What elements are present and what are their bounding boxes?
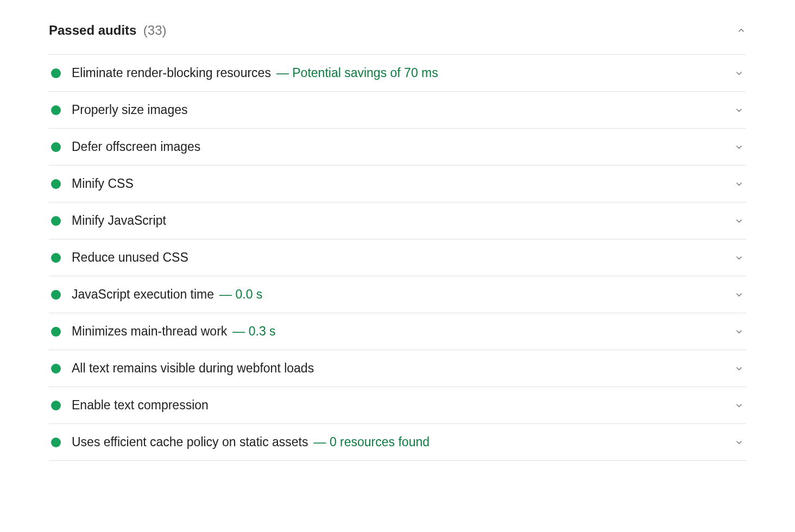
audit-texts: Properly size images bbox=[72, 103, 187, 117]
audit-label: All text remains visible during webfont … bbox=[72, 361, 314, 376]
section-title: Passed audits bbox=[49, 23, 136, 37]
pass-status-dot-icon bbox=[51, 68, 61, 78]
audit-list: Eliminate render-blocking resources — Po… bbox=[49, 54, 746, 461]
audit-row[interactable]: Reduce unused CSS bbox=[49, 239, 746, 276]
audit-label: Enable text compression bbox=[72, 398, 209, 413]
chevron-down-icon bbox=[734, 253, 744, 263]
audit-right bbox=[734, 105, 744, 115]
audit-detail: — 0 resources found bbox=[314, 435, 430, 449]
audit-detail: — 0.0 s bbox=[219, 287, 262, 302]
audit-right bbox=[734, 327, 744, 337]
audit-row[interactable]: Eliminate render-blocking resources — Po… bbox=[49, 54, 746, 91]
passed-audits-header[interactable]: Passed audits (33) bbox=[49, 16, 746, 54]
pass-status-dot-icon bbox=[51, 216, 61, 226]
audit-row[interactable]: Defer offscreen images bbox=[49, 128, 746, 165]
pass-status-dot-icon bbox=[51, 142, 61, 152]
audit-left: Eliminate render-blocking resources — Po… bbox=[51, 66, 438, 80]
audit-left: Enable text compression bbox=[51, 398, 209, 413]
audit-right bbox=[734, 142, 744, 152]
pass-status-dot-icon bbox=[51, 179, 61, 189]
chevron-down-icon bbox=[734, 364, 744, 373]
pass-status-dot-icon bbox=[51, 364, 61, 373]
chevron-down-icon bbox=[734, 68, 744, 78]
audit-texts: Enable text compression bbox=[72, 398, 209, 413]
audit-detail-text: 0 resources found bbox=[330, 435, 430, 449]
section-count: (33) bbox=[143, 23, 167, 37]
audit-right bbox=[734, 68, 744, 78]
audit-texts: Minify CSS bbox=[72, 176, 134, 191]
audit-left: Properly size images bbox=[51, 103, 187, 117]
audit-texts: Uses efficient cache policy on static as… bbox=[72, 435, 430, 449]
audit-detail-dash: — bbox=[232, 324, 248, 338]
audit-row[interactable]: All text remains visible during webfont … bbox=[49, 350, 746, 387]
audit-left: Minify JavaScript bbox=[51, 213, 166, 228]
pass-status-dot-icon bbox=[51, 290, 61, 300]
audit-detail-dash: — bbox=[276, 66, 292, 80]
audit-label: JavaScript execution time bbox=[72, 287, 214, 302]
audit-left: Uses efficient cache policy on static as… bbox=[51, 435, 430, 449]
audit-label: Uses efficient cache policy on static as… bbox=[72, 435, 308, 449]
audit-texts: Minify JavaScript bbox=[72, 213, 166, 228]
audit-row[interactable]: Minify CSS bbox=[49, 165, 746, 202]
audit-detail: — Potential savings of 70 ms bbox=[276, 66, 438, 80]
chevron-down-icon bbox=[734, 401, 744, 410]
audit-texts: Reduce unused CSS bbox=[72, 250, 188, 265]
audit-row[interactable]: Enable text compression bbox=[49, 387, 746, 423]
audit-detail-dash: — bbox=[314, 435, 330, 449]
audit-texts: JavaScript execution time — 0.0 s bbox=[72, 287, 262, 302]
audit-row[interactable]: JavaScript execution time — 0.0 s bbox=[49, 276, 746, 313]
audit-right bbox=[734, 216, 744, 226]
audit-detail-text: Potential savings of 70 ms bbox=[292, 66, 438, 80]
pass-status-dot-icon bbox=[51, 105, 61, 115]
audit-detail-dash: — bbox=[219, 287, 235, 301]
chevron-down-icon bbox=[734, 290, 744, 300]
chevron-down-icon bbox=[734, 216, 744, 226]
audit-row[interactable]: Properly size images bbox=[49, 91, 746, 128]
section-title-wrap: Passed audits (33) bbox=[49, 23, 167, 38]
pass-status-dot-icon bbox=[51, 401, 61, 410]
pass-status-dot-icon bbox=[51, 438, 61, 447]
audit-detail-text: 0.3 s bbox=[249, 324, 276, 338]
audit-label: Minify JavaScript bbox=[72, 213, 166, 228]
audit-detail: — 0.3 s bbox=[232, 324, 275, 339]
audit-right bbox=[734, 253, 744, 263]
audit-left: Minify CSS bbox=[51, 176, 134, 191]
audit-detail-text: 0.0 s bbox=[235, 287, 262, 301]
pass-status-dot-icon bbox=[51, 253, 61, 263]
chevron-down-icon bbox=[734, 179, 744, 189]
audit-left: All text remains visible during webfont … bbox=[51, 361, 314, 376]
audit-right bbox=[734, 179, 744, 189]
audit-texts: Eliminate render-blocking resources — Po… bbox=[72, 66, 438, 80]
audit-row[interactable]: Uses efficient cache policy on static as… bbox=[49, 423, 746, 461]
audit-left: Defer offscreen images bbox=[51, 140, 200, 154]
audit-left: JavaScript execution time — 0.0 s bbox=[51, 287, 262, 302]
chevron-up-icon bbox=[736, 26, 746, 35]
audit-right bbox=[734, 438, 744, 447]
audit-label: Defer offscreen images bbox=[72, 140, 200, 154]
chevron-down-icon bbox=[734, 142, 744, 152]
audit-row[interactable]: Minify JavaScript bbox=[49, 202, 746, 239]
audit-texts: Defer offscreen images bbox=[72, 140, 200, 154]
chevron-down-icon bbox=[734, 105, 744, 115]
audit-right bbox=[734, 401, 744, 410]
audit-right bbox=[734, 290, 744, 300]
chevron-down-icon bbox=[734, 327, 744, 337]
audit-texts: Minimizes main-thread work — 0.3 s bbox=[72, 324, 276, 339]
chevron-down-icon bbox=[734, 438, 744, 447]
audit-label: Minimizes main-thread work bbox=[72, 324, 227, 339]
audit-right bbox=[734, 364, 744, 373]
audit-row[interactable]: Minimizes main-thread work — 0.3 s bbox=[49, 313, 746, 350]
pass-status-dot-icon bbox=[51, 327, 61, 337]
audit-label: Eliminate render-blocking resources bbox=[72, 66, 271, 80]
audit-label: Minify CSS bbox=[72, 176, 134, 191]
audit-left: Reduce unused CSS bbox=[51, 250, 188, 265]
audit-texts: All text remains visible during webfont … bbox=[72, 361, 314, 376]
audit-label: Properly size images bbox=[72, 103, 187, 117]
audit-label: Reduce unused CSS bbox=[72, 250, 188, 265]
audit-left: Minimizes main-thread work — 0.3 s bbox=[51, 324, 276, 339]
